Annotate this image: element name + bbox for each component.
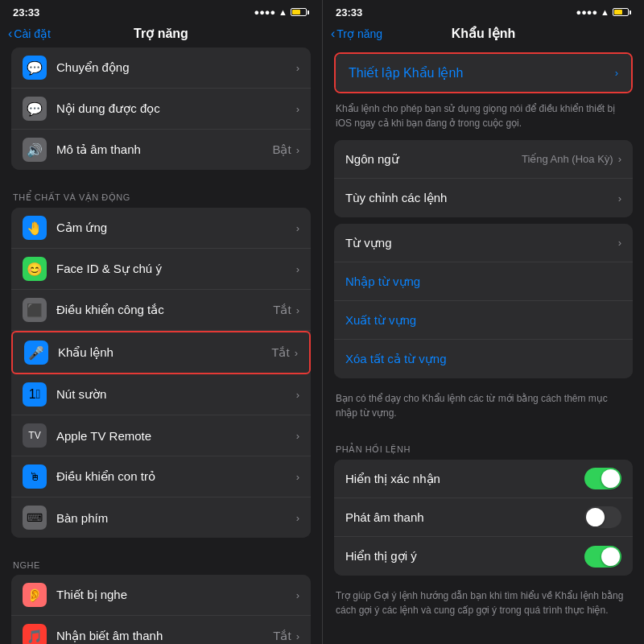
- list-item-khau-lenh[interactable]: 🎤 Khẩu lệnh Tắt ›: [11, 331, 311, 374]
- nghe-group: 👂 Thiết bị nghe › 🎵 Nhận biết âm thanh T…: [11, 575, 311, 644]
- list-item-dieu-khien[interactable]: ⬛ Điều khiển công tắc Tắt ›: [11, 290, 311, 331]
- list-item-thiet-bi-nghe[interactable]: 👂 Thiết bị nghe ›: [11, 575, 311, 616]
- highlight-box[interactable]: Thiết lập Khẩu lệnh ›: [334, 52, 633, 93]
- chevron-ngon-ngu: ›: [618, 153, 621, 165]
- nhap-tu-vung-label: Nhập từ vựng: [345, 275, 621, 289]
- list-item-noi-dung[interactable]: 💬 Nội dung được đọc ›: [11, 89, 311, 130]
- phat-am-thanh-label: Phát âm thanh: [345, 510, 584, 524]
- khau-lenh-value: Tắt: [271, 345, 289, 360]
- wifi-icon: ▲: [279, 7, 287, 17]
- noi-dung-icon: 💬: [23, 97, 47, 121]
- chevron-apple-tv: ›: [296, 430, 299, 442]
- list-item-ban-phim[interactable]: ⌨ Bàn phím ›: [11, 497, 311, 538]
- tuy-chinh-label: Tùy chỉnh các lệnh: [345, 191, 618, 205]
- face-id-label: Face ID & Sự chú ý: [56, 262, 296, 276]
- back-label-right: Trợ năng: [336, 27, 382, 40]
- battery-icon-r: [613, 8, 631, 16]
- mo-ta-label: Mô tả âm thanh: [56, 142, 272, 157]
- section-header-nghe: NGHE: [0, 544, 322, 575]
- phanhoi-group: Hiển thị xác nhận Phát âm thanh Hiển thị…: [334, 460, 633, 576]
- ban-phim-label: Bàn phím: [56, 511, 296, 525]
- dieu-khien-icon: ⬛: [23, 298, 47, 322]
- list-item-chuyen-dong[interactable]: 💬 Chuyển động ›: [11, 47, 311, 89]
- desc2: Bạn có thể dạy cho Khẩu lệnh các từ mới …: [323, 385, 644, 430]
- chuyen-dong-label: Chuyển động: [56, 60, 296, 75]
- left-scroll[interactable]: 💬 Chuyển động › 💬 Nội dung được đọc › 🔊 …: [0, 47, 322, 644]
- toggle-knob-1: [601, 469, 620, 488]
- nut-suon-label: Nút sườn: [56, 387, 296, 402]
- toggle-phat-am-thanh[interactable]: [584, 506, 621, 528]
- chevron-thiet-lap: ›: [615, 67, 618, 79]
- toggle-hien-thi-goi-y[interactable]: [584, 546, 621, 568]
- chevron-left-icon: ‹: [8, 27, 12, 41]
- toggle-knob-2: [586, 508, 605, 526]
- wifi-icon-r: ▲: [601, 7, 609, 17]
- list-item-hien-thi-xac-nhan[interactable]: Hiển thị xác nhận: [334, 460, 633, 498]
- chevron-tu-vung: ›: [618, 237, 621, 249]
- chevron-dieu-khien: ›: [296, 304, 299, 316]
- nav-bar-right: ‹ Trợ năng Khẩu lệnh: [323, 23, 644, 47]
- back-button-left[interactable]: ‹ Cài đặt: [8, 27, 51, 41]
- highlight-container: Thiết lập Khẩu lệnh ›: [334, 52, 633, 93]
- mo-ta-value: Bật: [272, 142, 291, 157]
- signal-icon: ●●●●: [254, 7, 276, 17]
- list-item-dieu-khien-con-tro[interactable]: 🖱 Điều khiển con trỏ ›: [11, 456, 311, 497]
- status-bar-right: 23:33 ●●●● ▲: [323, 0, 644, 23]
- time-left: 23:33: [13, 6, 39, 19]
- thiet-bi-nghe-label: Thiết bị nghe: [56, 588, 296, 602]
- toggle-hien-thi-xac-nhan[interactable]: [584, 468, 621, 489]
- list-item-xoa-tu-vung[interactable]: Xóa tất cả từ vựng: [334, 340, 633, 378]
- list-item-nhap-tu-vung[interactable]: Nhập từ vựng: [334, 262, 633, 301]
- desc3: Trợ giúp Gợi ý lệnh hướng dẫn bạn khi tì…: [323, 582, 644, 627]
- right-scroll[interactable]: Thiết lập Khẩu lệnh › Khẩu lệnh cho phép…: [323, 47, 644, 644]
- chevron-tuy-chinh: ›: [618, 192, 621, 204]
- dieu-khien-con-tro-label: Điều khiển con trỏ: [56, 469, 296, 484]
- toggle-knob-3: [601, 547, 620, 566]
- cam-ung-label: Cảm ứng: [56, 221, 296, 235]
- list-item-cam-ung[interactable]: 🤚 Cảm ứng ›: [11, 208, 311, 249]
- nhan-biet-icon: 🎵: [23, 624, 47, 644]
- list-item-hien-thi-goi-y[interactable]: Hiển thị gợi ý: [334, 537, 633, 576]
- list-item-tuy-chinh[interactable]: Tùy chỉnh các lệnh ›: [334, 179, 633, 217]
- list-item-ngon-ngu[interactable]: Ngôn ngữ Tiếng Anh (Hoa Kỳ) ›: [334, 140, 633, 179]
- list-item-mo-ta[interactable]: 🔊 Mô tả âm thanh Bật ›: [11, 130, 311, 170]
- highlight-item[interactable]: Thiết lập Khẩu lệnh ›: [336, 54, 631, 92]
- list-item-nut-suon[interactable]: 1⃣ Nút sườn ›: [11, 374, 311, 415]
- back-button-right[interactable]: ‹ Trợ năng: [331, 27, 382, 41]
- face-id-icon: 😊: [23, 257, 47, 281]
- section1-group: 🤚 Cảm ứng › 😊 Face ID & Sự chú ý › ⬛ Điề…: [11, 208, 311, 538]
- list-item-phat-am-thanh[interactable]: Phát âm thanh: [334, 498, 633, 537]
- chevron-dieu-khien-con-tro: ›: [296, 471, 299, 483]
- ngon-ngu-value: Tiếng Anh (Hoa Kỳ): [522, 153, 613, 165]
- chevron-left-icon-r: ‹: [331, 27, 335, 41]
- nav-title-left: Trợ năng: [134, 26, 188, 41]
- chevron-right-icon2: ›: [296, 103, 299, 115]
- signal-icon-r: ●●●●: [576, 7, 598, 17]
- dieu-khien-label: Điều khiển công tắc: [56, 303, 273, 317]
- list-item-tu-vung[interactable]: Từ vựng ›: [334, 224, 633, 262]
- chevron-nhan-biet: ›: [296, 630, 299, 642]
- chevron-right-icon3: ›: [296, 144, 299, 156]
- nut-suon-icon: 1⃣: [23, 382, 47, 407]
- khau-lenh-label: Khẩu lệnh: [58, 345, 271, 360]
- list-item-face-id[interactable]: 😊 Face ID & Sự chú ý ›: [11, 249, 311, 290]
- left-panel: 23:33 ●●●● ▲ ‹ Cài đặt Trợ năng 💬 Chuyển…: [0, 0, 322, 644]
- phanhoi-header: PHẢN HỒI LỆNH: [323, 430, 644, 460]
- status-icons-right: ●●●● ▲: [576, 7, 631, 17]
- apple-tv-icon: TV: [23, 423, 47, 448]
- chevron-face-id: ›: [296, 263, 299, 275]
- thiet-bi-nghe-icon: 👂: [23, 583, 47, 607]
- ngon-ngu-label: Ngôn ngữ: [345, 152, 522, 167]
- noi-dung-label: Nội dung được đọc: [56, 101, 296, 116]
- hien-thi-xac-nhan-label: Hiển thị xác nhận: [345, 472, 584, 486]
- list-item-nhan-biet[interactable]: 🎵 Nhận biết âm thanh Tắt ›: [11, 616, 311, 644]
- right-group1: Ngôn ngữ Tiếng Anh (Hoa Kỳ) › Tùy chỉnh …: [334, 140, 633, 217]
- dieu-khien-value: Tắt: [273, 303, 291, 317]
- chevron-nut-suon: ›: [296, 389, 299, 401]
- right-group2: Từ vựng › Nhập từ vựng Xuất từ vựng Xóa …: [334, 224, 633, 378]
- list-item-apple-tv[interactable]: TV Apple TV Remote ›: [11, 415, 311, 456]
- xuat-tu-vung-label: Xuất từ vựng: [345, 313, 621, 328]
- list-item-xuat-tu-vung[interactable]: Xuất từ vựng: [334, 301, 633, 340]
- hien-thi-goi-y-label: Hiển thị gợi ý: [345, 549, 584, 564]
- desc1: Khẩu lệnh cho phép bạn sử dụng giọng nói…: [323, 95, 644, 140]
